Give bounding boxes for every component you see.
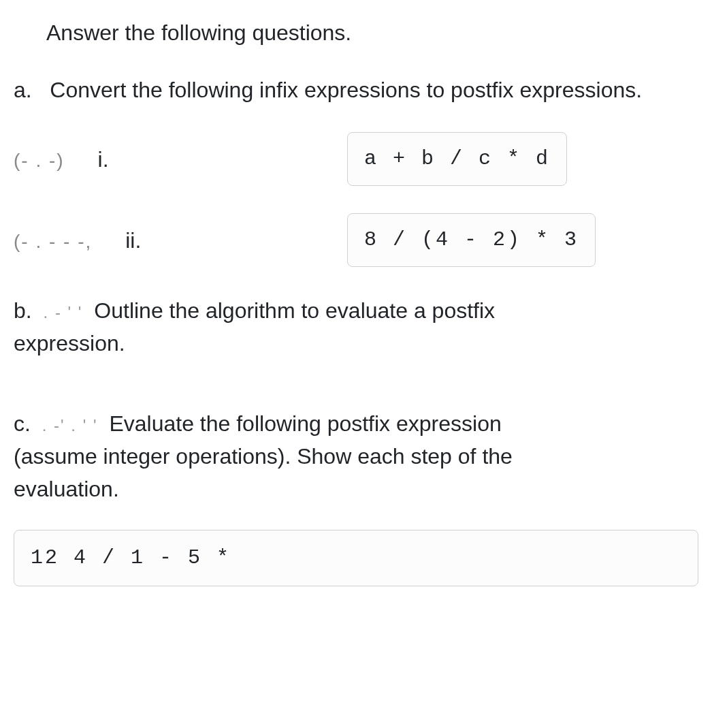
expression-box-c: 12 4 / 1 - 5 * [14, 530, 698, 586]
expression-box-ii: 8 / (4 - 2) * 3 [347, 213, 596, 267]
part-a-text: Convert the following infix expressions … [50, 78, 642, 102]
part-c: c. . -' . ' ' Evaluate the following pos… [14, 407, 698, 505]
part-a-label: a. [14, 78, 32, 102]
part-c-text-2: (assume integer operations). Show each s… [14, 444, 513, 469]
subitem-i: (- . -) i. a + b / c * d [14, 132, 698, 186]
expression-box-i: a + b / c * d [347, 132, 567, 186]
redacted-text: . -' . ' ' [42, 416, 98, 434]
intro-text: Answer the following questions. [46, 16, 698, 49]
part-c-text-1: Evaluate the following postfix expressio… [109, 411, 501, 436]
redacted-text: (- . -) [14, 150, 65, 171]
subitem-ii-label: (- . - - -, ii. [14, 224, 347, 257]
roman-label-i: i. [98, 147, 109, 172]
part-b-text-2: expression. [14, 331, 125, 355]
part-a-subitems: (- . -) i. a + b / c * d (- . - - -, ii.… [14, 132, 698, 267]
subitem-i-label: (- . -) i. [14, 143, 347, 176]
redacted-text: . - ' ' [44, 303, 83, 321]
part-b-text-1: Outline the algorithm to evaluate a post… [94, 298, 495, 323]
redacted-text: (- . - - -, [14, 231, 92, 252]
part-b: b. . - ' ' Outline the algorithm to eval… [14, 294, 698, 360]
part-c-text-3: evaluation. [14, 477, 119, 501]
part-c-label: c. [14, 411, 31, 436]
part-b-label: b. [14, 298, 32, 323]
part-a: a. Convert the following infix expressio… [14, 74, 698, 106]
subitem-ii: (- . - - -, ii. 8 / (4 - 2) * 3 [14, 213, 698, 267]
roman-label-ii: ii. [125, 228, 141, 253]
